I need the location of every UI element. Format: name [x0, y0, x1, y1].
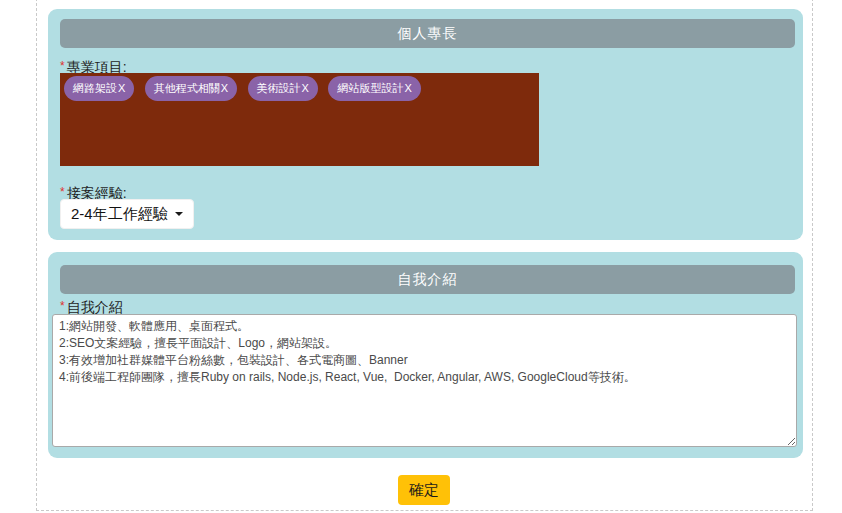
self-introduction-textarea[interactable]: 1:網站開發、軟體應用、桌面程式。 2:SEO文案經驗，擅長平面設計、Logo，… [52, 314, 797, 447]
tag-label: 網路架設 [73, 83, 117, 94]
confirm-button[interactable]: 確定 [398, 475, 450, 505]
tag-pill[interactable]: 美術設計X [248, 76, 318, 101]
experience-dropdown[interactable]: 2-4年工作經驗 [60, 199, 194, 229]
tag-label: 網站版型設計 [337, 83, 403, 94]
required-marker: * [60, 185, 65, 199]
tag-remove-x-icon[interactable]: X [221, 83, 228, 94]
caret-down-icon [175, 212, 183, 216]
specialties-tagbox: 網路架設X 其他程式相關X 美術設計X 網站版型設計X [60, 73, 539, 166]
experience-dropdown-value: 2-4年工作經驗 [71, 205, 168, 224]
personal-expertise-title: 個人專長 [398, 25, 458, 43]
personal-expertise-panel: 個人專長 *專業項目: 網路架設X 其他程式相關X 美術設計X 網站版型設計X … [48, 9, 803, 240]
self-introduction-title: 自我介紹 [398, 271, 458, 289]
tag-pill[interactable]: 網路架設X [64, 76, 134, 101]
tag-pill[interactable]: 網站版型設計X [328, 76, 420, 101]
personal-expertise-header: 個人專長 [60, 19, 795, 48]
self-introduction-header: 自我介紹 [60, 265, 795, 294]
tag-label: 其他程式相關 [154, 83, 220, 94]
tag-remove-x-icon[interactable]: X [302, 83, 309, 94]
required-marker: * [60, 299, 65, 313]
tag-remove-x-icon[interactable]: X [404, 83, 411, 94]
profile-form-page: 個人專長 *專業項目: 網路架設X 其他程式相關X 美術設計X 網站版型設計X … [0, 0, 842, 513]
tag-remove-x-icon[interactable]: X [118, 83, 125, 94]
confirm-button-label: 確定 [409, 481, 439, 500]
tag-pill[interactable]: 其他程式相關X [145, 76, 237, 101]
required-marker: * [60, 59, 65, 73]
self-introduction-panel: 自我介紹 *自我介紹 1:網站開發、軟體應用、桌面程式。 2:SEO文案經驗，擅… [48, 252, 803, 458]
tag-label: 美術設計 [257, 83, 301, 94]
